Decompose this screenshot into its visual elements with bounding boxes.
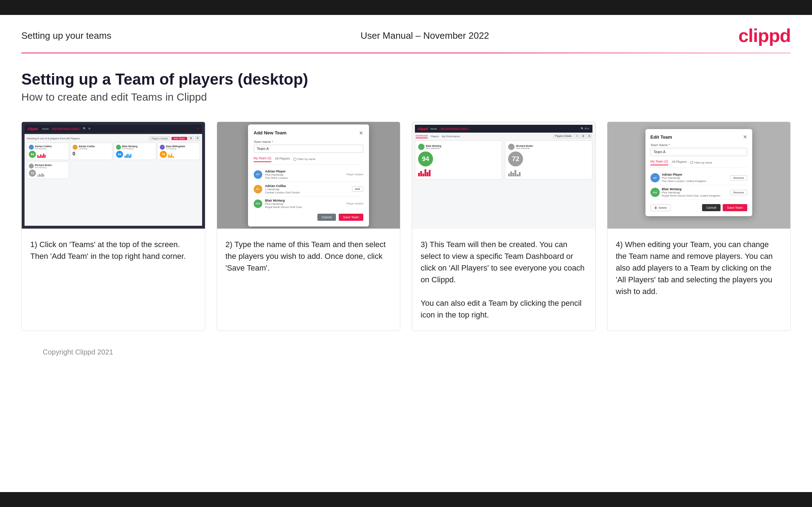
p1-detail: Plus Handicap	[35, 148, 52, 150]
modal-close-icon[interactable]: ✕	[359, 130, 363, 136]
screenshot-4: Edit Team ✕ Team Name * My Team (2) All …	[607, 122, 791, 229]
p5-score: 72	[29, 170, 36, 177]
player-detail-3a: Plus Handicap	[265, 202, 343, 206]
modal-title: Add New Team	[254, 130, 286, 135]
bar	[39, 156, 40, 158]
player-item-3: BM Blair McHarg Plus Handicap Royal Nort…	[254, 197, 363, 210]
header: Setting up your teams User Manual – Nove…	[0, 15, 812, 53]
card-1-text: 1) Click on 'Teams' at the top of the sc…	[22, 229, 205, 331]
bar	[171, 154, 172, 158]
ss3-p2-name: Richard Butler	[516, 145, 533, 147]
edit-player-info-1: Adrian Player Plus Handicap The Shire Lo…	[662, 173, 728, 183]
edit-team-name-label: Team Name *	[650, 143, 747, 147]
remove-player-btn-2[interactable]: Remove	[730, 190, 747, 195]
ss3-p1-avatar	[418, 144, 425, 150]
ss3-nav-home: Home	[430, 128, 437, 130]
ss3-edit-icon: ✏	[575, 134, 580, 138]
header-center-text: User Manual – November 2022	[360, 30, 489, 41]
p5-name: Richard Butler	[35, 164, 52, 166]
ss3-tab-performance: My Performance	[442, 135, 460, 138]
ss1-add-team-btn: Add Team	[172, 137, 187, 140]
bar	[517, 174, 518, 176]
ss1-players-btn: Players Details	[149, 137, 170, 140]
card-3-text: 3) This Team will then be created. You c…	[412, 229, 595, 331]
ss1-nav-close: ✕	[197, 127, 199, 130]
player-info-2: Adrian Coliba 1 Handicap Central London …	[265, 184, 349, 194]
logo: clippd	[738, 25, 791, 46]
ss1-nav-home: Home	[42, 128, 49, 130]
p1-name: Adrian Collins	[35, 145, 52, 148]
bar	[173, 156, 174, 158]
ss3-nav-icons: 🔍 ⚙ ✕	[581, 127, 590, 130]
ss1-filter-label: Viewing 8 out of 8 players from All Play…	[27, 137, 80, 140]
edit-player-item-1: AP Adrian Player Plus Handicap The Shire…	[650, 171, 747, 185]
player-avatar-2: AC	[254, 185, 262, 193]
cancel-button[interactable]: Cancel	[317, 214, 336, 221]
p4-detail: 1.5 Handicap	[166, 148, 185, 150]
edit-player-name-1: Adrian Player	[662, 173, 728, 176]
edit-my-team-tab[interactable]: My Team (2)	[650, 160, 668, 165]
bar	[422, 174, 424, 176]
ss1-nav-settings: ⚙	[88, 127, 90, 130]
bar	[44, 155, 46, 158]
edit-modal-header: Edit Team ✕	[650, 134, 747, 140]
player-info-1: Adrian Player Plus Handicap The Shire Lo…	[265, 170, 343, 180]
filter-checkbox[interactable]	[294, 158, 296, 161]
edit-filter-tab[interactable]: Filter by name	[690, 161, 712, 164]
ss3-grid-icon: ⊞	[581, 134, 586, 138]
all-players-tab[interactable]: All Players	[275, 157, 290, 162]
team-name-input[interactable]	[254, 145, 363, 153]
card-2-text: 2) Type the name of this Team and then s…	[217, 229, 400, 331]
player-name-3: Blair McHarg	[265, 199, 343, 202]
p5-detail: Plus Handicap	[35, 166, 52, 169]
bar	[510, 171, 512, 176]
player-status-3: Player Added	[346, 202, 363, 205]
ss1-logo: clippd	[27, 127, 38, 131]
edit-save-team-button[interactable]: Save Team	[723, 204, 747, 211]
p2-avatar	[73, 145, 78, 150]
p4-score: 78	[160, 151, 167, 158]
bar	[43, 174, 44, 177]
filter-label: Filter by name	[297, 158, 316, 161]
trash-icon: 🗑	[654, 206, 657, 209]
ss3-list-icon: ☰	[587, 134, 592, 138]
edit-player-detail-1b: The Shire London, United Kingdom	[662, 180, 728, 183]
edit-modal-title: Edit Team	[650, 134, 672, 140]
bar	[125, 156, 126, 158]
p2-detail: 1 Handicap	[79, 148, 95, 150]
bar	[126, 155, 127, 158]
edit-modal-footer: 🗑 Delete Cancel Save Team	[650, 204, 747, 211]
bar	[427, 172, 428, 176]
player-list: AP Adrian Player Plus Handicap The Shire…	[254, 167, 363, 210]
bar	[508, 174, 510, 176]
bar	[425, 169, 426, 176]
my-team-tab[interactable]: My Team (2)	[254, 156, 271, 162]
modal-header: Add New Team ✕	[254, 130, 363, 136]
top-bar	[0, 0, 812, 15]
p4-avatar	[160, 145, 165, 150]
player-avatar-3: BM	[254, 199, 262, 208]
bar	[418, 173, 420, 176]
bar	[37, 175, 38, 177]
bar	[170, 155, 171, 158]
filter-tab[interactable]: Filter by name	[294, 158, 316, 161]
bar	[127, 154, 128, 158]
edit-team-name-input[interactable]	[650, 148, 747, 156]
cards-row: clippd Home My Performance Coach 🔍 ⚙ ✕ V…	[21, 122, 791, 331]
ss1-list-btn: ☰	[195, 136, 200, 140]
edit-cancel-button[interactable]: Cancel	[702, 204, 721, 211]
ss3-p2-score: 72	[508, 151, 523, 166]
delete-team-button[interactable]: 🗑 Delete	[650, 204, 671, 211]
add-player-btn-2[interactable]: Add	[352, 186, 363, 192]
main-content: Setting up a Team of players (desktop) H…	[0, 53, 812, 381]
p2-zero: 0	[73, 151, 111, 156]
edit-filter-checkbox[interactable]	[690, 161, 693, 164]
edit-modal-close-icon[interactable]: ✕	[743, 134, 747, 140]
edit-all-players-tab[interactable]: All Players	[672, 160, 687, 165]
bar	[37, 155, 38, 158]
remove-player-btn-1[interactable]: Remove	[730, 175, 747, 181]
footer-copyright: Copyright Clippd 2021	[21, 348, 791, 367]
save-team-button[interactable]: Save Team	[339, 214, 363, 221]
ss3-p2-detail: Plus Handicap	[516, 147, 533, 149]
p3-name: Blair McHarg	[122, 145, 137, 148]
